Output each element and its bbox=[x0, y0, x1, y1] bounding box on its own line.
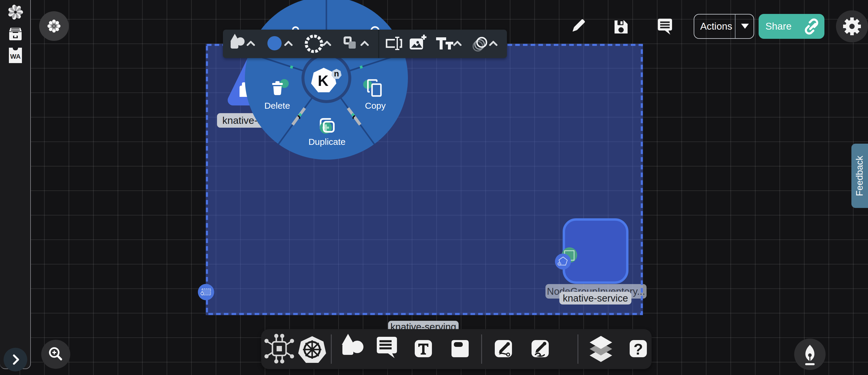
svg-text:K: K bbox=[318, 73, 329, 89]
svg-text:n: n bbox=[334, 69, 339, 78]
svg-text:?: ? bbox=[633, 341, 643, 358]
svg-text:WA: WA bbox=[10, 53, 21, 60]
